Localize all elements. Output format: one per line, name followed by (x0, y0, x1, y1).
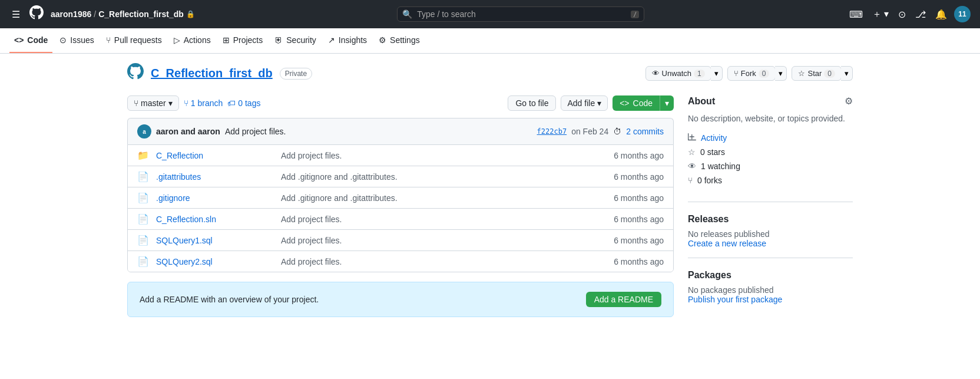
nav-settings-label: Settings (390, 35, 420, 45)
commit-row: a aaron and aaron Add project files. f22… (127, 118, 674, 144)
plus-button[interactable]: ＋ ▾ (870, 6, 891, 23)
hamburger-menu-button[interactable]: ☰ (9, 6, 22, 22)
file-commit-msg: Add project files. (281, 215, 586, 224)
publish-package-link[interactable]: Publish your first package (688, 295, 782, 304)
releases-section: Releases No releases published Create a … (688, 214, 853, 248)
terminal-button[interactable]: ⌨ (847, 6, 865, 22)
star-button[interactable]: ☆ Star 0 (792, 66, 842, 81)
commits-history-link[interactable]: 2 commits (626, 127, 664, 136)
history-icon: ⏱ (613, 127, 621, 136)
lock-icon: 🔒 (186, 10, 195, 18)
search-bar[interactable]: 🔍 / (397, 6, 644, 22)
unwatch-dropdown-button[interactable]: ▾ (711, 66, 723, 81)
github-logo (29, 5, 44, 23)
fork-dropdown-button[interactable]: ▾ (775, 66, 787, 81)
eye-icon: 👁 (652, 69, 660, 78)
file-name-link[interactable]: SQLQuery1.sql (156, 236, 274, 245)
about-title: About (688, 96, 715, 107)
code-dropdown-button[interactable]: ▾ (660, 95, 674, 111)
nav-pr-label: Pull requests (114, 35, 162, 45)
fork-button[interactable]: ⑂ Fork 0 (727, 66, 776, 81)
branch-selector-button[interactable]: ⑂ master ▾ (127, 95, 179, 111)
commit-author2-link[interactable]: aaron (198, 127, 220, 136)
readme-banner-text: Add a README with an overview of your pr… (140, 295, 319, 304)
nav-code-label: Code (27, 35, 48, 45)
unwatch-label: Unwatch (662, 69, 692, 78)
nav-issues[interactable]: ⊙ Issues (55, 28, 98, 53)
eye-sidebar-icon: 👁 (688, 162, 696, 171)
about-settings-button[interactable]: ⚙ (845, 95, 853, 107)
commit-message: Add project files. (225, 127, 286, 136)
about-section: About ⚙ No description, website, or topi… (688, 95, 853, 187)
folder-icon: 📁 (137, 150, 149, 161)
file-name-link[interactable]: SQLQuery2.sql (156, 257, 274, 266)
create-release-link[interactable]: Create a new release (688, 239, 766, 248)
add-file-label: Add file (567, 98, 595, 108)
unwatch-button[interactable]: 👁 Unwatch 1 (645, 66, 711, 81)
star-dropdown-button[interactable]: ▾ (841, 66, 853, 81)
nav-security-label: Security (286, 35, 316, 45)
branch-count-link[interactable]: ⑂ 1 branch (184, 98, 223, 108)
issues-button[interactable]: ⊙ (896, 6, 908, 22)
nav-insights-label: Insights (339, 35, 367, 45)
file-name-link[interactable]: C_Reflection.sln (156, 215, 274, 224)
tag-count-link[interactable]: 🏷 0 tags (227, 98, 260, 108)
commit-sha-link[interactable]: f222cb7 (537, 127, 567, 136)
file-name-link[interactable]: .gitattributes (156, 172, 274, 182)
repo-logo (127, 63, 144, 84)
file-name-link[interactable]: C_Reflection (156, 151, 274, 160)
commit-author1-link[interactable]: aaron (156, 127, 178, 136)
file-time: 6 months ago (593, 172, 664, 182)
stars-stat: ☆ 0 stars (688, 145, 853, 159)
repo-title[interactable]: C_Reflection_first_db (151, 67, 273, 80)
search-input[interactable] (417, 9, 626, 19)
nav-projects[interactable]: ⊞ Projects (218, 28, 268, 53)
stars-count: 0 stars (700, 147, 725, 157)
releases-title: Releases (688, 214, 853, 225)
branch-fork-icon: ⑂ (184, 98, 188, 108)
nav-code[interactable]: <> Code (9, 28, 52, 53)
go-to-file-button[interactable]: Go to file (508, 95, 556, 111)
pull-requests-button[interactable]: ⎇ (913, 6, 928, 22)
repo-header-actions: 👁 Unwatch 1 ▾ ⑂ Fork 0 ▾ ☆ Star 0 (645, 66, 853, 81)
breadcrumb-username[interactable]: aaron1986 (51, 9, 91, 19)
file-time: 6 months ago (593, 257, 664, 266)
private-badge: Private (280, 68, 312, 80)
table-row: 📄 .gitattributes Add .gitignore and .git… (128, 166, 673, 187)
add-file-button[interactable]: Add file ▾ (561, 95, 608, 111)
insights-icon: ↗ (328, 35, 335, 45)
commit-conjunction: and (181, 127, 198, 136)
forks-stat: ⑂ 0 forks (688, 173, 853, 187)
forks-count: 0 forks (697, 176, 722, 185)
notifications-button[interactable]: 🔔 (933, 6, 949, 22)
nav-insights[interactable]: ↗ Insights (323, 28, 372, 53)
nav-actions[interactable]: ▷ Actions (169, 28, 216, 53)
activity-link[interactable]: Activity (701, 133, 727, 143)
avatar[interactable]: 11 (954, 6, 971, 22)
nav-settings[interactable]: ⚙ Settings (374, 28, 425, 53)
add-file-chevron-icon: ▾ (597, 98, 601, 108)
nav-pull-requests[interactable]: ⑂ Pull requests (101, 28, 167, 53)
nav-security[interactable]: ⛨ Security (270, 28, 321, 53)
content-area: ⑂ master ▾ ⑂ 1 branch 🏷 0 tags Go to fil… (127, 95, 853, 317)
file-name-link[interactable]: .gitignore (156, 193, 274, 203)
readme-banner: Add a README with an overview of your pr… (127, 282, 674, 317)
sidebar-divider-2 (688, 258, 853, 258)
tag-icon: 🏷 (227, 98, 236, 108)
table-row: 📄 SQLQuery2.sql Add project files. 6 mon… (128, 251, 673, 272)
nav-projects-label: Projects (233, 35, 263, 45)
actions-icon: ▷ (174, 35, 180, 45)
no-releases-text: No releases published (688, 229, 853, 239)
star-label: Star (807, 69, 822, 78)
code-button[interactable]: <> Code (612, 95, 660, 111)
star-sidebar-icon: ☆ (688, 147, 696, 157)
sidebar: About ⚙ No description, website, or topi… (688, 95, 853, 317)
no-packages-text: No packages published (688, 285, 853, 295)
breadcrumb-repo[interactable]: C_Reflection_first_db (98, 9, 184, 19)
watch-count: 1 (694, 70, 705, 78)
add-readme-button[interactable]: Add a README (586, 292, 661, 307)
projects-icon: ⊞ (223, 35, 230, 45)
search-kbd: / (631, 11, 639, 18)
file-time: 6 months ago (593, 215, 664, 224)
star-icon: ☆ (798, 69, 805, 78)
